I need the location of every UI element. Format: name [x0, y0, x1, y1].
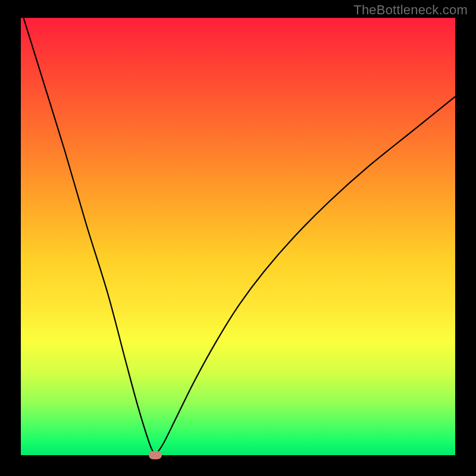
bottleneck-curve-path [21, 18, 455, 453]
chart-frame: TheBottleneck.com [0, 0, 476, 476]
watermark-text: TheBottleneck.com [353, 2, 468, 18]
plot-area [21, 18, 455, 455]
optimal-marker [149, 451, 162, 459]
curve-svg [21, 18, 455, 455]
